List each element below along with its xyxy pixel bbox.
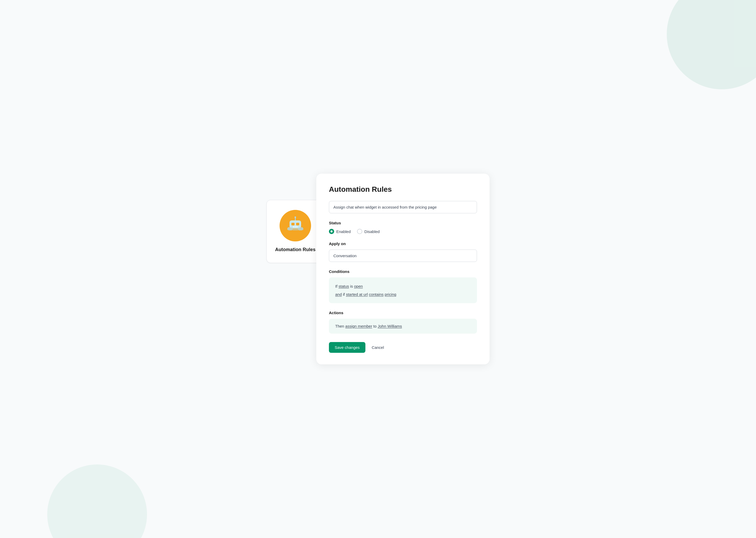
svg-rect-3 [291,223,295,225]
status-enabled-label: Enabled [336,229,351,234]
main-panel: Automation Rules Status Enabled Disabled… [316,174,490,364]
actions-section: Actions Then assign member to John Willi… [329,310,477,334]
conditions-box: If status is open and if started at url … [329,277,477,303]
conditions-label: Conditions [329,269,477,274]
condition-2-attribute: started at url [346,292,368,296]
bg-decoration-bottom-left [47,464,147,538]
apply-on-section: Apply on Conversation [329,242,477,262]
action-row-1: Then assign member to John Williams [335,324,471,328]
condition-1-attribute: status [339,284,349,289]
svg-point-6 [295,226,296,227]
conditions-section: Conditions If status is open and if star… [329,269,477,303]
svg-point-5 [293,226,294,227]
buttons-row: Save changes Cancel [329,342,477,353]
page-container: Automation Rules Automation Rules Status… [266,174,490,364]
condition-2-value: pricing [385,292,396,296]
status-enabled-option[interactable]: Enabled [329,229,351,234]
actions-box: Then assign member to John Williams [329,319,477,334]
condition-2-and: and [335,292,342,296]
cancel-button[interactable]: Cancel [370,342,386,353]
left-card: Automation Rules [266,200,324,263]
page-title: Automation Rules [329,185,477,193]
robot-avatar [280,210,311,242]
rule-name-input[interactable] [329,201,477,213]
save-button[interactable]: Save changes [329,342,365,353]
condition-2-operator: contains [369,292,384,296]
condition-row-2: and if started at url contains pricing [335,291,471,298]
condition-1-value: open [354,284,363,289]
status-disabled-label: Disabled [364,229,380,234]
svg-rect-8 [292,228,299,230]
apply-on-dropdown[interactable]: Conversation [329,249,477,262]
actions-label: Actions [329,310,477,315]
action-1-type: assign member [345,324,372,328]
action-1-target: John Williams [378,324,402,328]
status-disabled-radio[interactable] [357,229,362,234]
status-disabled-option[interactable]: Disabled [357,229,380,234]
svg-point-7 [296,226,298,227]
apply-on-label: Apply on [329,242,477,246]
condition-row-1: If status is open [335,283,471,290]
svg-rect-4 [296,223,299,225]
svg-point-1 [295,216,296,218]
status-enabled-radio[interactable] [329,229,334,234]
left-card-title: Automation Rules [275,247,315,253]
robot-icon [285,215,306,236]
status-label: Status [329,221,477,225]
bg-decoration-top-right [667,0,756,89]
status-row: Enabled Disabled [329,229,477,234]
